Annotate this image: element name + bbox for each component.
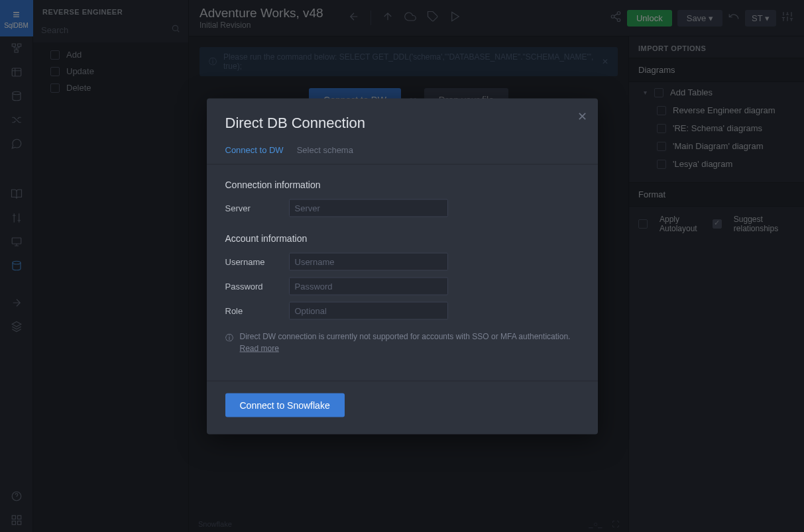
connection-modal: Direct DB Connection ✕ Connect to DW Sel…: [207, 98, 598, 434]
modal-title: Direct DB Connection: [225, 114, 579, 131]
username-label: Username: [225, 256, 289, 266]
connection-info-heading: Connection information: [225, 179, 579, 189]
server-input[interactable]: [289, 199, 448, 217]
note-text: Direct DW connection is currently not su…: [240, 330, 579, 354]
password-label: Password: [225, 281, 289, 291]
role-input[interactable]: [289, 301, 448, 319]
username-input[interactable]: [289, 252, 448, 270]
close-icon[interactable]: ✕: [577, 109, 587, 123]
password-input[interactable]: [289, 277, 448, 295]
read-more-link[interactable]: Read more: [240, 343, 279, 352]
info-icon: ⓘ: [225, 331, 233, 354]
account-info-heading: Account information: [225, 233, 579, 243]
role-label: Role: [225, 305, 289, 315]
tab-select-schema[interactable]: Select schema: [297, 144, 353, 154]
tab-connect-dw[interactable]: Connect to DW: [225, 144, 284, 154]
server-label: Server: [225, 203, 289, 213]
connect-snowflake-button[interactable]: Connect to Snowflake: [225, 393, 345, 417]
